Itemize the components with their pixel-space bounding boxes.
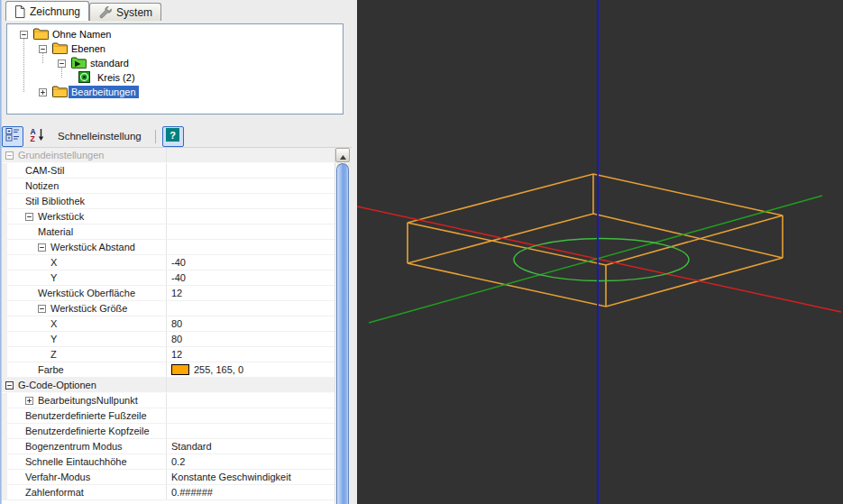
property-value-cell[interactable]: -40 (167, 270, 336, 285)
property-value-cell[interactable]: 12 (167, 347, 336, 362)
x-axis (357, 206, 841, 312)
property-label: Werkstück Größe (50, 303, 127, 314)
property-label: Schnelle Eintauchhöhe (25, 456, 127, 467)
tree-item-label[interactable]: Kreis (2) (95, 71, 138, 84)
grid-category-row[interactable]: Grundeinstellungen (2, 148, 336, 163)
collapse-icon[interactable] (5, 381, 14, 389)
property-value-cell[interactable]: -40 (167, 255, 336, 270)
property-label: Benutzerdefinierte Kopfzeile (25, 426, 150, 436)
property-value-cell[interactable] (167, 240, 336, 254)
property-value: 80 (171, 318, 182, 329)
grid-property-row[interactable]: BearbeitungsNullpunkt (2, 393, 336, 408)
property-value: 12 (171, 288, 182, 298)
collapse-icon[interactable] (38, 243, 46, 252)
property-value-cell[interactable] (167, 163, 336, 178)
circle-target-icon (78, 71, 90, 85)
scrollbar-thumb[interactable] (336, 163, 349, 504)
tree-item[interactable]: Ohne Namen (7, 27, 343, 41)
tree-connector-line (42, 53, 43, 63)
scrollbar-up-button[interactable] (335, 148, 350, 162)
grid-property-row[interactable]: CAM-Stil (2, 163, 336, 179)
grid-property-row[interactable]: Verfahr-ModusKonstante Geschwindigkeit (2, 470, 336, 485)
grid-property-row[interactable]: Werkstück Oberfläche12 (2, 286, 336, 301)
grid-property-row[interactable]: Zahlenformat0.###### (2, 485, 336, 500)
tree-item[interactable]: Kreis (2) (7, 70, 343, 85)
property-value-cell[interactable]: 80 (167, 316, 336, 331)
viewport-canvas[interactable] (357, 0, 843, 504)
property-label: Verfahr-Modus (25, 472, 90, 482)
grid-property-row[interactable]: Werkstück (2, 209, 336, 225)
property-label: Zahlenformat (25, 487, 84, 498)
property-value: Konstante Geschwindigkeit (171, 472, 291, 482)
tree-item-label[interactable]: standard (87, 57, 132, 69)
window-left-edge (0, 0, 2, 504)
property-value: 12 (171, 349, 182, 360)
property-value-cell[interactable] (167, 424, 336, 438)
property-value-cell[interactable] (167, 194, 336, 208)
property-grid: GrundeinstellungenCAM-StilNotizenStil Bi… (2, 148, 336, 504)
sort-alphabetical-button[interactable]: AZ (26, 126, 48, 147)
property-value-cell[interactable]: 80 (167, 332, 336, 346)
property-value-cell[interactable] (167, 225, 336, 239)
property-value-cell[interactable] (167, 301, 336, 316)
grid-property-row[interactable]: Bogenzentrum ModusStandard (2, 439, 336, 454)
viewport-3d[interactable] (357, 0, 843, 504)
property-label: Notizen (25, 180, 59, 191)
tree-item[interactable]: standard (7, 56, 343, 70)
property-label: X (50, 257, 57, 268)
categorized-button[interactable] (2, 126, 23, 147)
grid-property-row[interactable]: Werkstück Größe (2, 301, 336, 316)
tab-system[interactable]: System (89, 3, 161, 21)
property-value-cell[interactable]: 0.2 (167, 454, 336, 469)
expand-icon[interactable] (39, 87, 47, 98)
quick-settings-button[interactable]: Schnelleinstellung (50, 131, 149, 142)
grid-category-row[interactable]: G-Code-Optionen (2, 378, 336, 393)
property-value-cell[interactable] (167, 408, 336, 423)
property-value: 0.###### (171, 487, 213, 498)
collapse-icon[interactable] (38, 305, 46, 313)
color-swatch (171, 364, 189, 375)
property-value-cell[interactable]: 255, 165, 0 (167, 362, 336, 377)
drawing-tree: Ohne NamenEbenenstandardKreis (2)Bearbei… (6, 23, 344, 115)
grid-property-row[interactable]: Benutzerdefinierte Kopfzeile (2, 424, 336, 439)
property-value-cell[interactable] (167, 179, 336, 193)
property-value-cell[interactable] (167, 209, 336, 224)
sort-az-icon: AZ (30, 127, 45, 145)
categorized-icon (5, 127, 20, 145)
grid-property-row[interactable]: Notizen (2, 179, 336, 194)
property-value-cell[interactable]: Konstante Geschwindigkeit (167, 470, 336, 484)
tree-item[interactable]: Ebenen (7, 41, 343, 56)
grid-property-row[interactable]: Stil Bibliothek (2, 194, 336, 209)
expand-icon[interactable] (25, 397, 33, 405)
collapse-icon[interactable] (5, 151, 14, 160)
property-toolbar: AZSchnelleinstellung? (2, 125, 352, 148)
grid-property-row[interactable]: Benutzerdefinierte Fußzeile (2, 408, 336, 424)
grid-property-row[interactable]: Werkstück Abstand (2, 240, 336, 255)
tree-item-label[interactable]: Ebenen (69, 42, 108, 55)
grid-property-row[interactable]: Material (2, 225, 336, 240)
grid-property-row[interactable]: Farbe255, 165, 0 (2, 362, 336, 378)
grid-property-row[interactable]: Y-40 (2, 270, 336, 286)
property-value-cell[interactable]: 0.###### (167, 485, 336, 499)
property-grid-scrollbar[interactable] (334, 148, 350, 504)
grid-property-row[interactable]: Z12 (2, 347, 336, 362)
grid-property-row[interactable]: X80 (2, 316, 336, 332)
property-value-cell[interactable] (167, 393, 336, 408)
tab-bar: ZeichnungSystem (5, 2, 161, 21)
wrench-icon (98, 5, 112, 19)
property-value-cell[interactable]: Standard (167, 439, 336, 454)
category-label: Grundeinstellungen (18, 150, 104, 160)
property-label: Stil Bibliothek (25, 196, 85, 206)
property-value-cell[interactable]: 12 (167, 286, 336, 300)
grid-property-row[interactable]: Y80 (2, 332, 336, 347)
collapse-icon[interactable] (25, 213, 33, 221)
grid-property-row[interactable]: X-40 (2, 255, 336, 270)
property-label: Y (50, 272, 57, 283)
app-window: { "tabs": [ {"label": "Zeichnung", "icon… (0, 0, 843, 504)
grid-property-row[interactable]: Schnelle Eintauchhöhe0.2 (2, 454, 336, 470)
tree-item[interactable]: Bearbeitungen (7, 85, 343, 99)
help-button[interactable]: ? (162, 126, 184, 147)
tree-item-label[interactable]: Ohne Namen (50, 28, 114, 41)
tree-item-label[interactable]: Bearbeitungen (69, 86, 139, 98)
tab-zeichnung[interactable]: Zeichnung (5, 1, 89, 21)
